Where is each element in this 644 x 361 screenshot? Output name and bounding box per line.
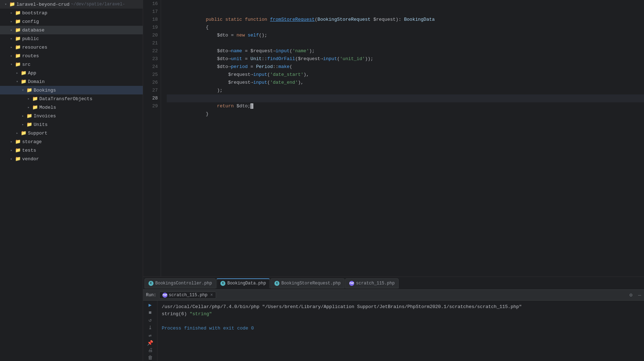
tree-item-public[interactable]: 📁 public [0,34,143,43]
output-line-3 [162,318,640,325]
app-label: App [28,70,36,76]
tab-booking-data[interactable]: C BookingData.php [216,278,270,288]
datatransfer-folder-icon: 📁 [32,96,38,102]
vendor-label: vendor [22,156,39,162]
output-line-2: string(6) "string" [162,311,640,318]
run-button[interactable]: ▶ [145,302,155,308]
bookings-label: Bookings [34,88,56,93]
models-label: Models [39,105,56,110]
tree-item-src[interactable]: 📁 src [0,60,143,69]
tree-item-tests[interactable]: 📁 tests [0,146,143,155]
invoices-folder-icon: 📁 [26,113,32,119]
tests-chevron [9,147,14,153]
tab-icon-store: C [274,281,279,286]
app-folder-icon: 📁 [21,70,26,76]
tab-icon-data: C [220,281,225,286]
line-num-25: 25 [143,71,158,79]
routes-label: routes [22,53,39,59]
minimize-icon[interactable]: — [638,292,641,298]
bootstrap-label: bootstrap [22,10,47,16]
storage-label: storage [22,139,42,145]
pin-button[interactable]: 📌 [145,340,155,346]
stop-button[interactable]: ■ [145,309,155,316]
code-line-28: return $dto;| [167,94,644,102]
datatransfer-chevron [26,96,31,102]
tree-item-routes[interactable]: 📁 routes [0,52,143,60]
database-label: database [22,28,44,33]
tree-item-domain[interactable]: 📁 Domain [0,77,143,86]
settings-icon[interactable]: ⚙ [629,292,632,298]
tree-item-config[interactable]: 📁 config [0,17,143,26]
panel-content: ▶ ■ ↺ ⤓ ⇌ 📌 🖨 🗑 /usr/local/Cellar/php/7.… [143,301,644,361]
tab-scratch[interactable]: PHP scratch_115.php [345,278,399,288]
line-num-26: 26 [143,79,158,87]
tree-item-app[interactable]: 📁 App [0,69,143,77]
tree-item-storage[interactable]: 📁 storage [0,137,143,146]
tab-label-store: BookingStoreRequest.php [281,281,341,286]
support-folder-icon: 📁 [21,130,26,136]
code-editor[interactable]: public static function fromStoreRequest(… [161,0,644,277]
tab-label-controller: BookingsController.php [155,281,212,286]
routes-chevron [9,53,14,59]
tests-label: tests [22,148,36,153]
tree-item-database[interactable]: 📁 database [0,26,143,34]
line-num-29: 29 [143,102,158,110]
line-num-27: 27 [143,87,158,94]
config-folder-icon: 📁 [15,19,21,24]
editor-tabs-bar: C BookingsController.php C BookingData.p… [143,277,644,289]
tree-item-units[interactable]: 📁 Units [0,120,143,129]
wrap-button[interactable]: ⇌ [145,332,155,338]
domain-label: Domain [28,79,45,84]
scroll-end-button[interactable]: ⤓ [145,325,155,331]
tree-item-datatransfer[interactable]: 📁 DataTransferObjects [0,94,143,103]
tab-booking-store-request[interactable]: C BookingStoreRequest.php [270,278,345,288]
models-chevron [26,104,31,110]
tree-item-bookings[interactable]: 📁 Bookings [0,86,143,94]
units-label: Units [34,122,48,127]
public-folder-icon: 📁 [15,36,21,42]
run-file-close-btn[interactable]: × [210,293,213,298]
editor-content: 16 17 18 19 20 21 22 23 24 25 26 27 28 2… [143,0,644,277]
run-label: Run: [146,293,156,298]
run-file-php-icon: PHP [162,293,167,298]
text-cursor: | [250,103,253,109]
tab-icon-controller: C [148,281,153,286]
code-line-19: $dto = new self(); [167,24,644,31]
tree-root[interactable]: 📁 laravel-beyond-crud ~/dev/spatie/larav… [0,0,143,9]
run-panel: Run: PHP scratch_115.php × ⚙ — ▶ ■ ↺ ⤓ ⇌… [143,289,644,361]
clear-button[interactable]: 🗑 [145,355,155,361]
tree-item-resources[interactable]: 📁 resources [0,43,143,52]
units-chevron [20,122,26,127]
tab-bookings-controller[interactable]: C BookingsController.php [145,278,216,288]
domain-chevron [14,79,20,84]
bookings-folder-icon: 📁 [26,87,32,93]
resources-chevron [9,44,14,50]
public-label: public [22,36,39,42]
tree-item-bootstrap[interactable]: 📁 bootstrap [0,9,143,17]
database-chevron [9,27,14,33]
editor-area: 16 17 18 19 20 21 22 23 24 25 26 27 28 2… [143,0,644,361]
line-num-19: 19 [143,24,158,31]
run-output: /usr/local/Cellar/php/7.4.0/bin/php "/Us… [157,301,644,361]
bookings-chevron [20,87,26,93]
src-label: src [22,62,30,67]
bootstrap-chevron [9,10,14,16]
line-num-20: 20 [143,31,158,39]
print-button[interactable]: 🖨 [145,347,155,353]
tab-label-scratch: scratch_115.php [356,281,395,286]
code-line-16 [167,0,644,8]
line-numbers: 16 17 18 19 20 21 22 23 24 25 26 27 28 2… [143,0,161,277]
vendor-chevron [9,156,14,162]
tree-item-support[interactable]: 📁 Support [0,129,143,137]
vendor-folder-icon: 📁 [15,156,21,162]
line-num-17: 17 [143,8,158,16]
storage-folder-icon: 📁 [15,139,21,145]
app-chevron [14,70,20,76]
tree-item-vendor[interactable]: 📁 vendor [0,155,143,163]
rerun-button[interactable]: ↺ [145,317,155,323]
tree-item-models[interactable]: 📁 Models [0,103,143,112]
invoices-label: Invoices [34,113,56,119]
tree-item-invoices[interactable]: 📁 Invoices [0,112,143,120]
root-label: laravel-beyond-crud [16,2,69,7]
run-file-tab[interactable]: PHP scratch_115.php × [159,292,216,299]
